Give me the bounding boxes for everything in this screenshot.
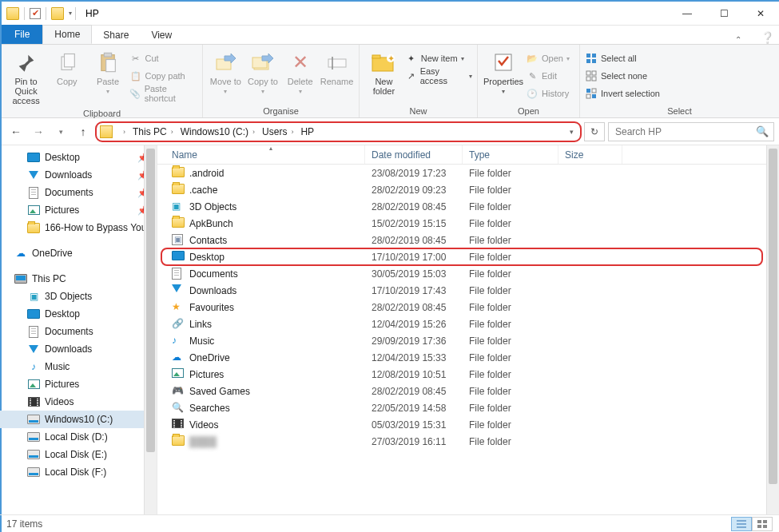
tab-file[interactable]: File (2, 25, 42, 44)
app-icon[interactable] (6, 7, 19, 20)
cut-button[interactable]: ✂ Cut (129, 50, 197, 67)
ribbon-group-open: Properties▾ 📂 Open ▾ ✎ Edit 🕑 History Op… (478, 45, 580, 117)
qat-properties-icon[interactable]: ✔ (30, 8, 41, 19)
list-scrollbar[interactable] (766, 145, 779, 514)
nav-pc-item[interactable]: Local Disk (F:) (1, 463, 157, 481)
minimize-button[interactable]: — (669, 2, 705, 26)
breadcrumb-segment[interactable]: Windows10 (C:)› (177, 126, 259, 137)
invert-selection-button[interactable]: Invert selection (585, 85, 660, 102)
file-row[interactable]: .cache 28/02/2019 09:23 File folder (157, 181, 779, 198)
svg-rect-21 (586, 77, 590, 81)
rename-button[interactable]: Rename (320, 48, 354, 86)
file-row[interactable]: ▣ 3D Objects 28/02/2019 08:45 File folde… (157, 198, 779, 215)
back-button[interactable]: ← (6, 122, 26, 141)
file-name: Saved Games (189, 386, 250, 397)
nav-scrollbar[interactable] (144, 145, 157, 514)
nav-quick-item[interactable]: 166-How to Bypass You 📌 (1, 219, 157, 236)
edit-button[interactable]: ✎ Edit (526, 67, 570, 85)
tab-home[interactable]: Home (42, 25, 92, 44)
qat-dropdown-icon[interactable]: ▾ (69, 10, 72, 17)
file-row[interactable]: Desktop 17/10/2019 17:00 File folder (157, 248, 779, 265)
open-button[interactable]: 📂 Open ▾ (526, 50, 570, 67)
recent-locations-button[interactable]: ▾ (51, 122, 70, 141)
breadcrumb-segment[interactable]: HP (297, 126, 314, 137)
nav-pc-item[interactable]: Documents (1, 323, 157, 340)
file-row[interactable]: 🔍 Searches 22/05/2019 14:58 File folder (157, 399, 779, 416)
nav-quick-item[interactable]: Downloads 📌 (1, 166, 157, 184)
nav-pc-item[interactable]: Desktop (1, 305, 157, 323)
file-row[interactable]: Documents 30/05/2019 15:03 File folder (157, 265, 779, 282)
nav-onedrive[interactable]: ☁ OneDrive (1, 244, 157, 262)
nav-pc-item[interactable]: Downloads (1, 340, 157, 358)
column-header-size[interactable]: Size (558, 145, 622, 164)
file-type: File folder (463, 302, 558, 313)
tab-share[interactable]: Share (92, 25, 140, 44)
new-folder-button[interactable]: ✦ New folder (364, 48, 403, 96)
file-row[interactable]: Downloads 17/10/2019 17:43 File folder (157, 282, 779, 299)
file-row[interactable]: 🎮 Saved Games 28/02/2019 08:45 File fold… (157, 383, 779, 399)
nav-pc-item[interactable]: ▣ 3D Objects (1, 288, 157, 305)
address-dropdown-icon[interactable]: ▾ (565, 128, 578, 136)
breadcrumb-segment[interactable]: Users› (259, 126, 297, 137)
breadcrumb-segment[interactable]: This PC› (129, 126, 177, 137)
delete-button[interactable]: ✕ Delete▾ (282, 48, 318, 95)
nav-pc-item[interactable]: Videos (1, 393, 157, 411)
history-button[interactable]: 🕑 History (526, 85, 570, 102)
status-bar: 17 items (1, 514, 779, 532)
column-header-type[interactable]: Type (463, 145, 558, 164)
easy-access-button[interactable]: ↗ Easy access ▾ (405, 67, 472, 85)
group-label: Select (580, 106, 779, 117)
nav-thispc[interactable]: This PC (1, 270, 157, 288)
file-row[interactable]: 🔗 Links 12/04/2019 15:26 File folder (157, 316, 779, 332)
ribbon-collapse-button[interactable]: ⌃ (726, 35, 750, 44)
new-item-button[interactable]: ✦ New item ▾ (405, 50, 472, 67)
paste-shortcut-button[interactable]: 📎 Paste shortcut (129, 85, 197, 102)
file-row[interactable]: Videos 05/03/2019 15:31 File folder (157, 416, 779, 433)
details-view-button[interactable] (731, 517, 752, 531)
pin-to-quick-access-button[interactable]: Pin to Quick access (6, 48, 46, 105)
select-none-button[interactable]: Select none (585, 67, 660, 85)
tab-view[interactable]: View (140, 25, 183, 44)
nav-pc-item[interactable]: Windows10 (C:) (1, 411, 157, 428)
move-to-button[interactable]: Move to▾ (208, 48, 244, 95)
nav-pc-item[interactable]: ♪ Music (1, 358, 157, 375)
file-row[interactable]: ☁ OneDrive 12/04/2019 15:33 File folder (157, 349, 779, 366)
file-row[interactable]: ▣ Contacts 28/02/2019 08:45 File folder (157, 232, 779, 248)
nav-quick-item[interactable]: Desktop 📌 (1, 149, 157, 166)
search-box[interactable]: 🔍 (608, 122, 774, 141)
nav-pc-item[interactable]: Local Disk (D:) (1, 428, 157, 446)
paste-button[interactable]: Paste ▾ (88, 48, 127, 95)
nav-quick-item[interactable]: Documents 📌 (1, 184, 157, 201)
maximize-button[interactable]: ☐ (705, 2, 742, 26)
qat-newfolder-icon[interactable] (51, 7, 64, 20)
select-all-button[interactable]: Select all (585, 50, 660, 67)
properties-button[interactable]: Properties▾ (483, 48, 524, 95)
copy-button[interactable]: Copy (47, 48, 86, 86)
copy-to-button[interactable]: Copy to▾ (245, 48, 281, 95)
navigation-pane[interactable]: Desktop 📌 Downloads 📌 Documents 📌 Pictur… (1, 145, 157, 514)
nav-pc-item[interactable]: Local Disk (E:) (1, 446, 157, 463)
file-row[interactable]: ♪ Music 29/09/2019 17:36 File folder (157, 332, 779, 349)
file-row[interactable]: Pictures 12/08/2019 10:51 File folder (157, 366, 779, 383)
svg-rect-26 (592, 94, 596, 98)
file-list-pane[interactable]: ▴ Name Date modified Type Size .android … (157, 145, 779, 514)
help-button[interactable]: ❔ (755, 31, 779, 44)
column-header-name[interactable]: Name (157, 145, 365, 164)
file-row[interactable]: .android 23/08/2019 17:23 File folder (157, 165, 779, 181)
column-header-date[interactable]: Date modified (365, 145, 463, 164)
file-row[interactable]: ★ Favourites 28/02/2019 08:45 File folde… (157, 299, 779, 316)
nav-quick-item[interactable]: Pictures 📌 (1, 201, 157, 219)
thumbnails-view-button[interactable] (752, 517, 773, 531)
refresh-button[interactable]: ↻ (584, 122, 605, 141)
address-bar[interactable]: › This PC› Windows10 (C:)› Users› HP ▾ (96, 122, 581, 141)
file-row[interactable]: ApkBunch 15/02/2019 15:15 File folder (157, 215, 779, 232)
file-row[interactable]: ████ 27/03/2019 16:11 File folder (157, 433, 779, 450)
nav-pc-item[interactable]: Pictures (1, 375, 157, 393)
ribbon-group-select: Select all Select none Invert selection … (580, 45, 779, 117)
search-input[interactable] (614, 125, 756, 138)
location-folder-icon (100, 125, 113, 138)
copy-path-button[interactable]: 📋 Copy path (129, 67, 197, 85)
forward-button[interactable]: → (29, 122, 48, 141)
close-button[interactable]: ✕ (742, 2, 779, 26)
up-button[interactable]: ↑ (74, 122, 93, 141)
